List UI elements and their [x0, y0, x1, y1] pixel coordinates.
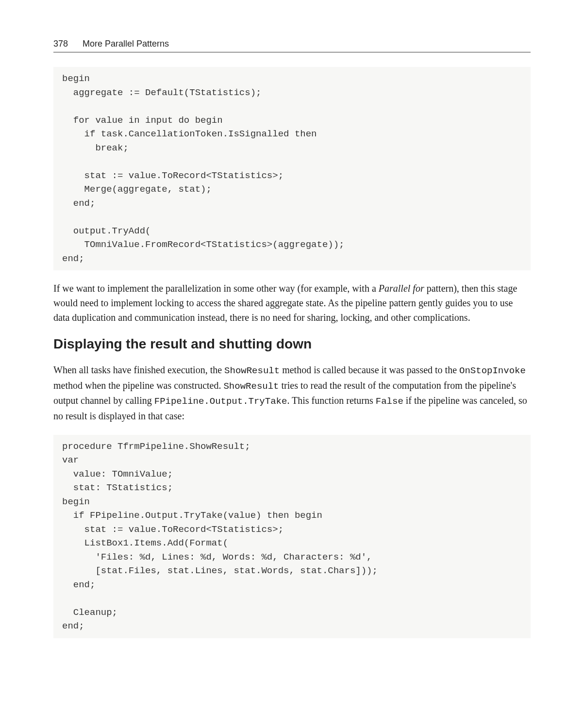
- page-header: 378 More Parallel Patterns: [53, 39, 531, 52]
- chapter-title: More Parallel Patterns: [83, 39, 169, 49]
- code-block-2: procedure TfrmPipeline.ShowResult; var v…: [53, 435, 531, 638]
- page-number: 378: [53, 39, 68, 49]
- paragraph-2-text-a: When all tasks have finished execution, …: [53, 364, 224, 375]
- paragraph-1-text-a: If we want to implement the parallelizat…: [53, 283, 379, 294]
- paragraph-2-text-b: method is called because it was passed t…: [280, 364, 459, 375]
- paragraph-2-code-a: ShowResult: [224, 365, 280, 376]
- paragraph-2-code-d: FPipeline.Output.TryTake: [154, 396, 287, 407]
- code-block-1: begin aggregate := Default(TStatistics);…: [53, 67, 531, 270]
- paragraph-2-text-c: method when the pipeline was constructed…: [53, 380, 223, 391]
- paragraph-2-code-c: ShowResult: [223, 381, 279, 392]
- paragraph-2: When all tasks have finished execution, …: [53, 363, 531, 423]
- paragraph-2-code-e: False: [376, 396, 403, 407]
- paragraph-1: If we want to implement the parallelizat…: [53, 281, 531, 325]
- paragraph-1-italic: Parallel for: [379, 283, 424, 294]
- section-heading: Displaying the result and shutting down: [53, 336, 531, 352]
- paragraph-2-code-b: OnStopInvoke: [459, 365, 526, 376]
- paragraph-2-text-e: . This function returns: [287, 395, 375, 406]
